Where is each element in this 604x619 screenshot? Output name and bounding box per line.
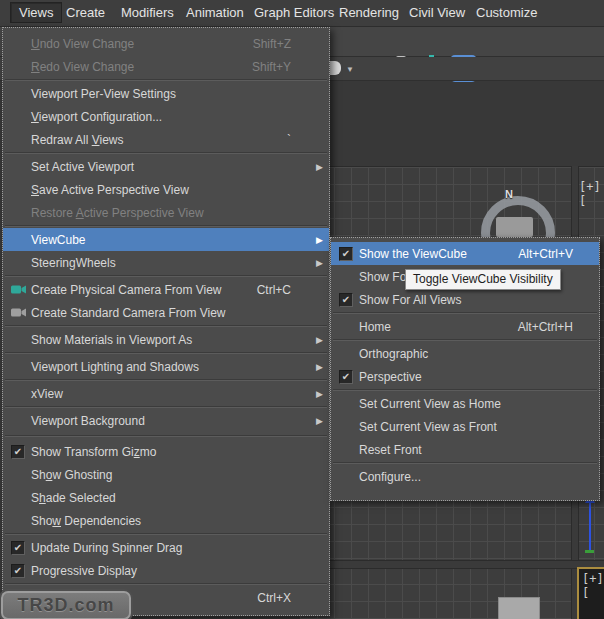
menu-item-shortcut: Shift+Y xyxy=(252,60,291,74)
menu-item-viewport-configuration[interactable]: Viewport Configuration... xyxy=(3,105,329,128)
viewcube-face[interactable] xyxy=(496,217,533,237)
menu-separator xyxy=(333,312,597,314)
menubar: ViewsCreateModifiersAnimationGraph Edito… xyxy=(0,0,604,27)
menu-item-show-transform-gizmo[interactable]: ✔Show Transform Gizmo xyxy=(3,440,329,463)
menu-item-perspective[interactable]: ✔Perspective xyxy=(331,365,599,388)
menu-item-label: Show Dependencies xyxy=(31,514,291,528)
submenu-arrow-icon: ▶ xyxy=(313,389,323,399)
menu-item-viewport-lighting-and-shadows[interactable]: Viewport Lighting and Shadows▶ xyxy=(3,355,329,378)
menubar-item-create[interactable]: Create xyxy=(58,3,113,22)
menu-item-reset-front[interactable]: Reset Front xyxy=(331,438,599,461)
menubar-item-customize[interactable]: Customize xyxy=(468,3,545,22)
menu-item-label: Reset Front xyxy=(359,443,573,457)
menubar-item-modifiers[interactable]: Modifiers xyxy=(113,3,182,22)
menu-item-create-physical-camera-from-view[interactable]: Create Physical Camera From ViewCtrl+C xyxy=(3,278,329,301)
menu-item-show-materials-in-viewport-as[interactable]: Show Materials in Viewport As▶ xyxy=(3,328,329,351)
menu-item-shortcut: Alt+Ctrl+H xyxy=(518,320,573,334)
viewport-divider-horizontal[interactable] xyxy=(300,560,604,569)
menu-item-label: Show Materials in Viewport As xyxy=(31,333,291,347)
menu-item-viewport-background[interactable]: Viewport Background▶ xyxy=(3,409,329,432)
menu-item-home[interactable]: HomeAlt+Ctrl+H xyxy=(331,315,599,338)
menubar-item-rendering[interactable]: Rendering xyxy=(331,3,407,22)
menu-item-label: Set Current View as Home xyxy=(359,397,573,411)
viewport-menu-label[interactable]: [+][ xyxy=(582,572,604,600)
menu-item-configure[interactable]: Configure... xyxy=(331,465,599,488)
menubar-item-civil-view[interactable]: Civil View xyxy=(401,3,473,22)
menu-item-restore-active-perspective-view[interactable]: Restore Active Perspective View xyxy=(3,201,329,224)
menu-item-viewport-per-view-settings[interactable]: Viewport Per-View Settings xyxy=(3,82,329,105)
menu-item-label: Show the ViewCube xyxy=(359,247,518,261)
menu-item-set-current-view-as-front[interactable]: Set Current View as Front xyxy=(331,415,599,438)
submenu-arrow-icon: ▶ xyxy=(313,416,323,426)
axis-gizmo-icon xyxy=(589,502,591,550)
checkmark-icon: ✔ xyxy=(11,564,25,578)
tooltip: Toggle ViewCube Visibility xyxy=(405,269,561,290)
menu-item-label: Update During Spinner Drag xyxy=(31,541,291,555)
menu-item-show-the-viewcube[interactable]: ✔Show the ViewCubeAlt+Ctrl+V xyxy=(331,242,599,265)
menu-item-label: Create Standard Camera From View xyxy=(31,306,291,320)
menu-item-shortcut: Ctrl+C xyxy=(257,283,291,297)
menubar-item-views[interactable]: Views xyxy=(10,2,62,23)
menu-separator xyxy=(5,379,327,381)
viewport-menu-label[interactable]: [+][ xyxy=(579,180,604,208)
checkmark-icon: ✔ xyxy=(11,445,25,459)
menu-item-label: Progressive Display xyxy=(31,564,291,578)
menu-item-shortcut: Shift+Z xyxy=(253,37,291,51)
menu-item-label: Restore Active Perspective View xyxy=(31,206,291,220)
menu-item-label: Redo View Change xyxy=(31,60,252,74)
menu-item-label: Set Active Viewport xyxy=(31,160,291,174)
menu-item-shortcut: ` xyxy=(287,133,291,147)
menu-item-xview[interactable]: xView▶ xyxy=(3,382,329,405)
menu-item-label: Orthographic xyxy=(359,347,573,361)
menu-item-show-ghosting[interactable]: Show Ghosting xyxy=(3,463,329,486)
menu-separator xyxy=(5,225,327,227)
menu-separator xyxy=(333,389,597,391)
viewport-active-bottom-right[interactable]: [+][ xyxy=(577,567,604,619)
menu-item-label: Undo View Change xyxy=(31,37,253,51)
views-menu-panel: Undo View ChangeShift+ZRedo View ChangeS… xyxy=(2,27,330,616)
menu-item-label: Home xyxy=(359,320,518,334)
menu-item-viewcube[interactable]: ViewCube▶ xyxy=(3,228,329,251)
menu-item-shade-selected[interactable]: Shade Selected xyxy=(3,486,329,509)
submenu-arrow-icon: ▶ xyxy=(313,258,323,268)
menu-item-progressive-display[interactable]: ✔Progressive Display xyxy=(3,559,329,582)
menu-item-create-standard-camera-from-view[interactable]: Create Standard Camera From View xyxy=(3,301,329,324)
menu-item-show-for-all-views[interactable]: ✔Show For All Views xyxy=(331,288,599,311)
scene-box-object[interactable] xyxy=(498,597,540,619)
menu-item-label: SteeringWheels xyxy=(31,256,291,270)
menu-item-set-active-viewport[interactable]: Set Active Viewport▶ xyxy=(3,155,329,178)
menu-item-label: Shade Selected xyxy=(31,491,291,505)
menu-item-save-active-perspective-view[interactable]: Save Active Perspective View xyxy=(3,178,329,201)
menu-item-label: Viewport Background xyxy=(31,414,291,428)
menu-item-label: xView xyxy=(31,387,291,401)
dropdown-arrow-icon[interactable]: ▼ xyxy=(346,65,354,74)
menu-separator xyxy=(5,352,327,354)
menu-item-redo-view-change[interactable]: Redo View ChangeShift+Y xyxy=(3,55,329,78)
menubar-item-graph-editors[interactable]: Graph Editors xyxy=(246,3,342,22)
menu-item-label: Save Active Perspective View xyxy=(31,183,291,197)
compass-north-label: N xyxy=(505,188,513,200)
menu-item-steeringwheels[interactable]: SteeringWheels▶ xyxy=(3,251,329,274)
menubar-item-animation[interactable]: Animation xyxy=(178,3,252,22)
menu-item-update-during-spinner-drag[interactable]: ✔Update During Spinner Drag xyxy=(3,536,329,559)
menu-item-label: Viewport Lighting and Shadows xyxy=(31,360,291,374)
menu-item-label: Viewport Configuration... xyxy=(31,110,291,124)
menu-item-set-current-view-as-home[interactable]: Set Current View as Home xyxy=(331,392,599,415)
checkmark-icon: ✔ xyxy=(11,541,25,555)
menu-item-label: Create Physical Camera From View xyxy=(31,283,257,297)
physical-camera-icon xyxy=(11,284,31,295)
menu-separator xyxy=(5,435,327,437)
menu-item-label: Set Current View as Front xyxy=(359,420,573,434)
menu-item-label: Redraw All Views xyxy=(31,133,287,147)
menu-item-undo-view-change[interactable]: Undo View ChangeShift+Z xyxy=(3,32,329,55)
menu-item-orthographic[interactable]: Orthographic xyxy=(331,342,599,365)
menu-separator xyxy=(5,275,327,277)
menu-item-show-dependencies[interactable]: Show Dependencies xyxy=(3,509,329,532)
menu-item-redraw-all-views[interactable]: Redraw All Views` xyxy=(3,128,329,151)
menu-separator xyxy=(5,406,327,408)
menu-item-label: Configure... xyxy=(359,470,573,484)
menu-item-shortcut: Ctrl+X xyxy=(257,591,291,605)
checkmark-icon: ✔ xyxy=(339,293,353,307)
submenu-arrow-icon: ▶ xyxy=(313,235,323,245)
menu-item-label: ViewCube xyxy=(31,233,291,247)
